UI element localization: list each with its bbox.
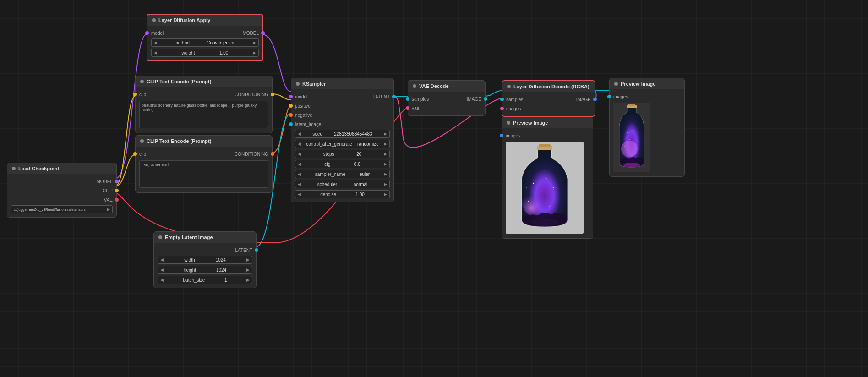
cte1-clip-input-row: clip CONDITIONING xyxy=(136,90,272,99)
ks-positive-input-row: positive xyxy=(291,101,393,110)
ld-model-input-port[interactable] xyxy=(145,31,149,35)
method-left-arrow[interactable]: ◀ xyxy=(154,40,157,45)
control-after-field-row: ◀ control_after_generate randomize ▶ xyxy=(291,139,393,149)
svg-point-24 xyxy=(623,163,640,167)
vae-output-row: VAE xyxy=(7,195,116,204)
latent-output-row: LATENT xyxy=(154,246,256,255)
preview-image-1-title: Preview Image xyxy=(502,117,593,128)
load-checkpoint-title: Load Checkpoint xyxy=(7,163,116,174)
layer-diffusion-decode-node: Layer Diffusion Decode (RGBA) samples IM… xyxy=(502,80,595,117)
weight-field-row: ◀ weight 1.00 ▶ xyxy=(147,48,262,58)
svg-point-17 xyxy=(621,141,638,157)
svg-point-10 xyxy=(558,197,559,197)
width-field-row: ◀ width 1024 ▶ xyxy=(154,255,256,265)
clip-text-encode-2-title: CLIP Text Encode (Prompt) xyxy=(136,136,272,147)
denoise-control[interactable]: ◀ denoise 1.00 ▶ xyxy=(295,190,390,198)
batch-field-row: ◀ batch_size 1 ▶ xyxy=(154,275,256,285)
vd-image-output-port[interactable] xyxy=(484,97,487,101)
model-output-row: MODEL xyxy=(7,177,116,186)
vd-samples-input-port[interactable] xyxy=(406,97,409,101)
clip-text-encode-2-node: CLIP Text Encode (Prompt) clip CONDITION… xyxy=(135,135,273,193)
height-left-arrow[interactable]: ◀ xyxy=(160,268,164,272)
preview-image-2-title: Preview Image xyxy=(610,78,684,89)
ld-model-output-port[interactable] xyxy=(261,31,265,35)
ks-negative-input-port[interactable] xyxy=(289,113,293,117)
clip-output-port[interactable] xyxy=(115,189,119,192)
pi2-images-input-row: images xyxy=(610,92,684,101)
ldd-image-output-port[interactable] xyxy=(593,98,597,101)
svg-rect-15 xyxy=(539,144,551,147)
cte2-clip-input-row: clip CONDITIONING xyxy=(136,149,272,158)
preview-2-container xyxy=(613,103,650,172)
ldd-images-input-port[interactable] xyxy=(500,107,504,110)
seed-control[interactable]: ◀ seed 228135088454483 ▶ xyxy=(295,130,390,138)
load-checkpoint-node: Load Checkpoint MODEL CLIP VAE c:/jugger… xyxy=(7,163,117,218)
svg-point-5 xyxy=(540,192,540,193)
cte2-conditioning-output-port[interactable] xyxy=(271,152,274,156)
pi2-images-input-port[interactable] xyxy=(607,95,611,98)
control-after-control[interactable]: ◀ control_after_generate randomize ▶ xyxy=(295,140,390,148)
ldd-samples-input-port[interactable] xyxy=(500,98,504,101)
checkpoint-select[interactable]: c:/juggernautXL_v8Rundiffusion.safetenso… xyxy=(11,205,113,213)
ks-latent-input-row: latent_image xyxy=(291,120,393,129)
latent-output-port[interactable] xyxy=(255,248,258,252)
svg-point-22 xyxy=(624,146,625,147)
weight-control[interactable]: ◀ weight 1.00 ▶ xyxy=(151,49,259,57)
svg-point-23 xyxy=(635,153,635,153)
connections-layer xyxy=(0,0,868,377)
ks-latent-output-port[interactable] xyxy=(392,95,396,98)
checkpoint-field-row: c:/juggernautXL_v8Rundiffusion.safetenso… xyxy=(7,204,116,214)
preview-image-2-node: Preview Image images xyxy=(609,78,685,177)
empty-latent-node: Empty Latent Image LATENT ◀ width 1024 ▶… xyxy=(153,231,257,288)
method-control[interactable]: ◀ method Conv Injection ▶ xyxy=(151,38,259,47)
vd-vae-input-port[interactable] xyxy=(406,106,409,110)
svg-point-9 xyxy=(535,213,536,213)
node-canvas[interactable]: Load Checkpoint MODEL CLIP VAE c:/jugger… xyxy=(0,0,868,377)
layer-diffusion-decode-title: Layer Diffusion Decode (RGBA) xyxy=(502,81,595,92)
height-control[interactable]: ◀ height 1024 ▶ xyxy=(158,266,252,274)
cfg-control[interactable]: ◀ cfg 8.0 ▶ xyxy=(295,160,390,168)
ks-negative-input-row: negative xyxy=(291,110,393,120)
vae-output-port[interactable] xyxy=(115,198,119,202)
ld-model-input-row: model MODEL xyxy=(147,28,262,38)
ks-model-input-port[interactable] xyxy=(289,95,293,98)
width-left-arrow[interactable]: ◀ xyxy=(160,257,164,262)
svg-point-4 xyxy=(546,178,547,179)
batch-right-arrow[interactable]: ▶ xyxy=(246,278,250,282)
svg-point-3 xyxy=(533,183,534,184)
height-field-row: ◀ height 1024 ▶ xyxy=(154,265,256,275)
vd-vae-input-row: vae xyxy=(408,104,485,113)
batch-control[interactable]: ◀ batch_size 1 ▶ xyxy=(158,276,252,284)
cte2-clip-input-port[interactable] xyxy=(133,152,137,156)
width-control[interactable]: ◀ width 1024 ▶ xyxy=(158,256,252,264)
ks-positive-input-port[interactable] xyxy=(289,104,293,108)
pi1-images-input-row: images xyxy=(502,131,593,140)
layer-diffusion-apply-title: Layer Diffusion Apply xyxy=(147,15,262,26)
svg-point-21 xyxy=(636,142,637,142)
svg-point-20 xyxy=(629,139,629,140)
checkpoint-arrow[interactable]: ▶ xyxy=(107,207,110,212)
scheduler-control[interactable]: ◀ scheduler normal ▶ xyxy=(295,180,390,188)
ldd-images-input-row: images xyxy=(502,104,595,113)
model-output-port[interactable] xyxy=(115,180,119,183)
cte2-text-display[interactable]: text, watermark xyxy=(139,160,268,188)
width-right-arrow[interactable]: ▶ xyxy=(246,257,250,262)
sampler-control[interactable]: ◀ sampler_name euler ▶ xyxy=(295,170,390,178)
method-right-arrow[interactable]: ▶ xyxy=(253,40,256,45)
empty-latent-title: Empty Latent Image xyxy=(154,232,256,243)
preview-image-1-node: Preview Image images xyxy=(502,117,593,239)
batch-left-arrow[interactable]: ◀ xyxy=(160,278,164,282)
cte1-clip-input-port[interactable] xyxy=(133,93,137,96)
bottle-svg xyxy=(506,142,584,234)
pi1-images-input-port[interactable] xyxy=(500,134,503,137)
vd-samples-input-row: samples IMAGE xyxy=(408,94,485,104)
weight-left-arrow[interactable]: ◀ xyxy=(154,50,157,55)
weight-right-arrow[interactable]: ▶ xyxy=(253,50,256,55)
steps-control[interactable]: ◀ steps 20 ▶ xyxy=(295,150,390,158)
svg-point-2 xyxy=(522,186,554,218)
cte1-conditioning-output-port[interactable] xyxy=(271,93,274,96)
ksampler-node: KSampler model LATENT positive negative … xyxy=(291,78,394,202)
height-right-arrow[interactable]: ▶ xyxy=(246,268,250,272)
cte1-text-display[interactable]: beautiful scenery nature glass bottle la… xyxy=(139,101,268,128)
ks-latent-input-port[interactable] xyxy=(289,122,293,126)
